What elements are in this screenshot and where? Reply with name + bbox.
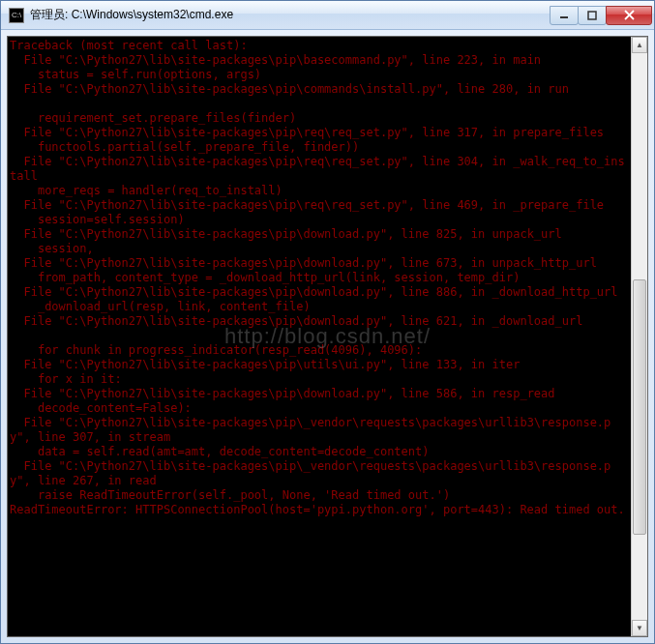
close-icon <box>624 10 635 20</box>
window-controls <box>551 6 652 25</box>
window-frame: C:\ 管理员: C:\Windows\system32\cmd.exe Tra… <box>0 0 655 644</box>
titlebar[interactable]: C:\ 管理员: C:\Windows\system32\cmd.exe <box>1 1 654 30</box>
vertical-scrollbar[interactable]: ▲ ▼ <box>631 37 647 636</box>
minimize-button[interactable] <box>550 6 579 25</box>
minimize-icon <box>559 11 569 20</box>
close-button[interactable] <box>606 6 652 25</box>
scroll-down-button[interactable]: ▼ <box>632 620 647 636</box>
terminal-output: Traceback (most recent call last): File … <box>8 37 630 519</box>
maximize-button[interactable] <box>578 6 607 25</box>
window-title: 管理员: C:\Windows\system32\cmd.exe <box>30 7 551 23</box>
scrollbar-thumb[interactable] <box>633 279 646 535</box>
chevron-up-icon: ▲ <box>636 41 643 49</box>
chevron-down-icon: ▼ <box>636 624 643 632</box>
cmd-icon: C:\ <box>9 8 24 23</box>
svg-rect-1 <box>588 12 596 19</box>
terminal[interactable]: Traceback (most recent call last): File … <box>7 36 648 637</box>
scrollbar-track[interactable] <box>632 53 647 620</box>
client-area: Traceback (most recent call last): File … <box>1 30 654 643</box>
maximize-icon <box>587 11 597 20</box>
scroll-up-button[interactable]: ▲ <box>632 37 647 53</box>
